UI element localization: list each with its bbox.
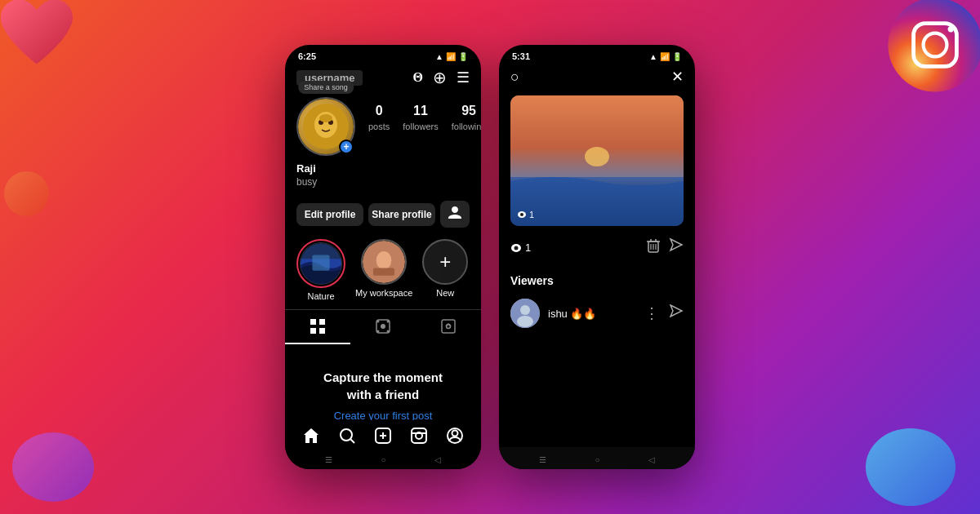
followers-stat[interactable]: 11 followers [403,104,438,133]
avatar-row: Share a song [296,97,470,156]
nav-icons [285,427,481,452]
gesture-menu-2: ☰ [539,455,546,464]
svg-point-53 [517,316,533,327]
svg-point-21 [377,321,380,323]
action-buttons: Edit profile Share profile [285,194,481,234]
highlight-nature[interactable]: Nature [296,239,345,301]
nature-label: Nature [307,291,334,301]
add-post-icon[interactable]: ⊕ [433,68,447,87]
svg-rect-16 [319,319,325,325]
nav-home[interactable] [302,427,320,449]
tab-grid[interactable] [285,310,350,344]
viewer-count: 1 [510,241,531,254]
threads-icon[interactable]: Θ [413,70,423,85]
svg-point-39 [585,147,609,166]
svg-rect-32 [412,428,426,443]
person-icon-button[interactable] [440,201,470,228]
svg-line-28 [351,440,355,444]
story-image-container: 1 [510,95,684,226]
wifi-icon-2: ▲ [649,52,657,61]
empty-title: Capture the momentwith a friend [301,369,465,403]
profile-tabs [285,309,481,344]
followers-count: 11 [403,104,438,118]
highlights-row: Nature My workspace + New [285,234,481,309]
battery-icon: 🔋 [458,52,468,61]
svg-point-20 [381,324,385,329]
gesture-back: ◁ [434,455,441,464]
svg-point-52 [520,305,530,315]
tab-reels[interactable] [350,310,416,344]
view-count-text: 1 [529,210,534,219]
time-1: 6:25 [298,51,316,61]
viewers-title: Viewers [499,271,695,294]
story-back-icon[interactable]: ○ [510,69,519,86]
status-bar-2: 5:31 ▲ 📶 🔋 [499,45,695,64]
svg-rect-14 [373,268,394,275]
story-close-icon[interactable]: ✕ [671,68,684,86]
nature-selected-ring [296,239,345,288]
following-stat[interactable]: 95 following [452,104,481,133]
svg-rect-15 [310,319,316,325]
svg-point-23 [377,330,380,333]
delete-story-btn[interactable] [646,237,661,258]
viewer-send-btn[interactable] [669,304,684,322]
send-story-btn[interactable] [669,237,684,258]
new-circle: + [422,239,468,285]
profile-section: Share a song [285,92,481,194]
viewer-options: ⋮ [644,304,684,322]
highlight-new[interactable]: + New [422,239,468,301]
svg-point-24 [387,330,390,333]
view-count-number: 1 [525,241,531,254]
edit-profile-button[interactable]: Edit profile [296,203,363,226]
nav-search[interactable] [338,427,356,449]
svg-rect-18 [319,328,325,334]
bottom-nav-1: ☰ ○ ◁ [285,420,481,469]
phones-wrapper: 6:25 ▲ 📶 🔋 username Θ ⊕ ☰ Share a song [285,45,695,469]
svg-point-0 [888,0,980,92]
gesture-home: ○ [381,455,385,464]
nav-profile[interactable] [446,427,464,449]
viewer-item: ishu 🔥🔥 ⋮ [499,294,695,333]
status-icons-2: ▲ 📶 🔋 [649,52,682,61]
gesture-home-2: ○ [595,455,599,464]
posts-stat: 0 posts [368,104,390,133]
share-profile-button[interactable]: Share profile [368,203,435,226]
time-2: 5:31 [512,51,530,61]
followers-label: followers [403,122,438,131]
svg-rect-11 [312,255,329,270]
svg-point-22 [387,321,390,323]
status-bar-1: 6:25 ▲ 📶 🔋 [285,45,481,64]
workspace-circle [361,239,407,285]
following-count: 95 [452,104,481,118]
add-story-btn[interactable]: + [339,140,354,154]
svg-rect-25 [442,320,455,333]
wifi-icon: ▲ [435,52,443,61]
following-label: following [452,122,481,131]
svg-point-41 [520,213,523,216]
phone-profile: 6:25 ▲ 📶 🔋 username Θ ⊕ ☰ Share a song [285,45,481,469]
viewers-section: Viewers ishu 🔥🔥 ⋮ [499,271,695,333]
svg-point-8 [319,114,332,122]
svg-rect-17 [310,328,316,334]
story-image [510,95,684,226]
profile-bio: busy [296,176,470,188]
avatar-container: Share a song [296,97,355,156]
story-top-bar: ○ ✕ [499,64,695,91]
tab-tagged[interactable] [416,310,481,344]
highlight-workspace[interactable]: My workspace [355,239,412,301]
viewer-more-btn[interactable]: ⋮ [644,304,659,322]
share-song-badge: Share a song [298,81,354,94]
status-icons-1: ▲ 📶 🔋 [435,52,468,61]
battery-icon-2: 🔋 [672,52,682,61]
posts-count: 0 [368,104,390,118]
gesture-menu: ☰ [325,455,332,464]
nav-reels[interactable] [410,427,428,449]
menu-icon[interactable]: ☰ [457,69,470,86]
phone-story: 5:31 ▲ 📶 🔋 ○ ✕ [499,45,695,469]
svg-point-13 [376,251,392,269]
top-bar-icons: Θ ⊕ ☰ [413,68,470,87]
nav-create[interactable] [374,427,392,449]
story-viewer-count-row: 1 [510,237,684,258]
gesture-bar-1: ☰ ○ ◁ [285,452,481,466]
story-panel: 1 [499,231,695,271]
